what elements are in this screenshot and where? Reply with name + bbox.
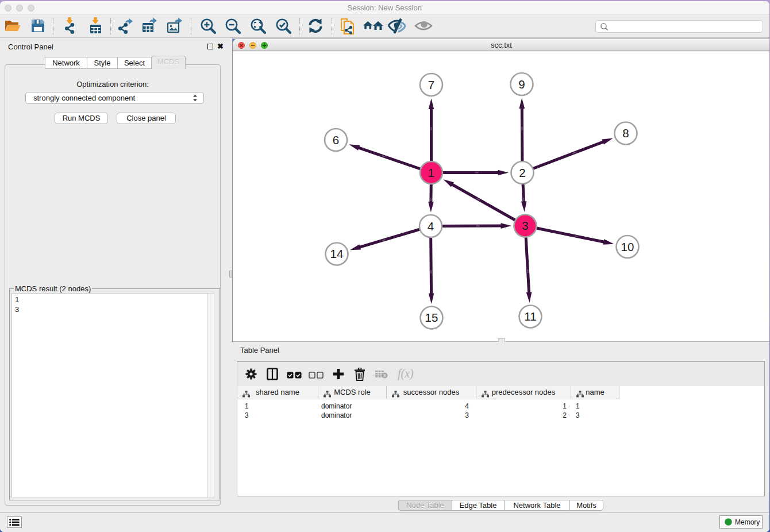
svg-text:4: 4: [428, 219, 434, 233]
svg-text:2: 2: [519, 166, 525, 179]
svg-text:9: 9: [518, 78, 525, 91]
svg-text:15: 15: [425, 311, 438, 324]
svg-text:10: 10: [621, 240, 634, 253]
svg-text:7: 7: [428, 78, 434, 91]
svg-text:3: 3: [522, 219, 528, 232]
svg-text:8: 8: [622, 126, 629, 140]
svg-text:11: 11: [524, 310, 536, 323]
svg-text:14: 14: [330, 247, 344, 260]
svg-text:6: 6: [333, 133, 339, 147]
svg-text:1: 1: [428, 166, 434, 179]
